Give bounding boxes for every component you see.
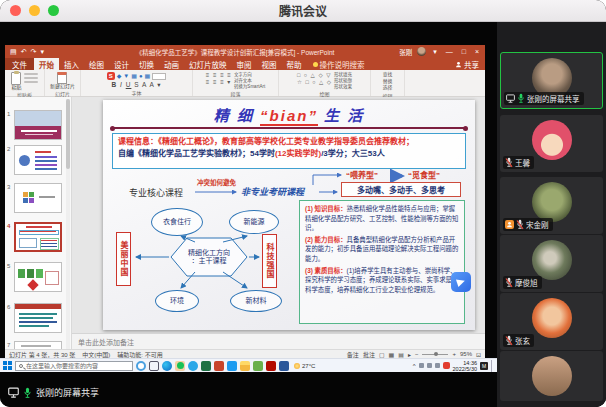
tab-home[interactable]: 开始 xyxy=(34,58,59,70)
cortana-icon[interactable] xyxy=(136,361,146,371)
addin-icon[interactable]: ▼ xyxy=(123,72,129,80)
tab-view[interactable]: 视图 xyxy=(257,58,282,70)
participant-tile[interactable]: 王馨 xyxy=(500,115,603,172)
addin-icon[interactable]: ● xyxy=(139,72,143,80)
participant-tile[interactable]: 摩俊旭 xyxy=(500,235,603,292)
ppt-restore-button[interactable]: □ xyxy=(460,48,468,55)
ppt-share-button[interactable]: 共享 xyxy=(455,58,479,70)
word-icon[interactable] xyxy=(279,361,289,371)
fit-slide-icon[interactable]: ⊡ xyxy=(476,351,481,358)
sorter-view-icon[interactable]: ▦ xyxy=(389,351,395,358)
participant-tile-partial[interactable] xyxy=(500,351,603,401)
addin-icons[interactable]: S ◆ ▼ ▦ ● ▦ xyxy=(107,72,167,80)
redo-icon[interactable]: ↷ xyxy=(31,48,37,56)
participant-tile-host[interactable]: 宋金刚 xyxy=(500,177,603,234)
tray-icon[interactable] xyxy=(419,363,424,368)
conflict-label: 冲突如何避免 xyxy=(197,177,236,187)
slide-thumbnail-2[interactable] xyxy=(14,145,62,175)
blue-app-icon[interactable] xyxy=(227,361,237,371)
participant-name: 摩俊旭 xyxy=(515,277,538,288)
ppt-user-avatar[interactable] xyxy=(417,47,426,56)
addin-icon[interactable]: ▦ xyxy=(145,72,151,80)
s-addin-icon[interactable]: S xyxy=(107,72,115,80)
slide-thumbnail-3[interactable] xyxy=(14,183,62,213)
ppt-minimize-button[interactable]: — xyxy=(444,48,455,55)
reading-view-icon[interactable]: ▤ xyxy=(398,351,404,358)
slide-thumbnail-1[interactable] xyxy=(14,110,62,140)
normal-view-icon[interactable]: ▢ xyxy=(379,351,385,358)
start-button[interactable] xyxy=(3,361,12,370)
shapes-gallery[interactable]: □ ○ △ ◇ ▽ ☆ □ ○ △ ◇ xyxy=(297,72,332,86)
participant-tile-sharing[interactable]: 张刚的屏幕共享 xyxy=(500,52,603,109)
addin-icon[interactable]: ▦ xyxy=(131,72,137,80)
language-indicator[interactable]: 中文(中国) xyxy=(82,350,110,359)
notes-pane[interactable]: 单击此处添加备注 xyxy=(72,333,485,349)
list-align-buttons[interactable]: ≡ ≡ ≡ ≡ ≡ ≡ ≡ ▾ xyxy=(206,72,232,86)
participant-tile[interactable]: 张玄 xyxy=(500,293,603,350)
shape-effects-button[interactable]: 形状效果 xyxy=(334,84,352,90)
tab-help[interactable]: 帮助 xyxy=(282,58,307,70)
zoom-out-button[interactable]: − xyxy=(415,351,419,357)
tab-transitions[interactable]: 切换 xyxy=(134,58,159,70)
paste-button[interactable]: 粘贴 xyxy=(11,72,21,91)
undo-icon[interactable]: ↶ xyxy=(21,48,27,56)
acrobat-icon[interactable] xyxy=(266,361,276,371)
comments-toggle[interactable]: 批注 xyxy=(363,350,375,359)
ppt-close-button[interactable]: × xyxy=(473,48,481,55)
screen-share-icon xyxy=(506,94,515,103)
ribbon-group-font: S ◆ ▼ ▦ ● ▦ B I U S A A ▾ 字体 xyxy=(81,70,193,96)
edge-browser-icon[interactable] xyxy=(162,361,172,371)
tab-slideshow[interactable]: 幻灯片放映 xyxy=(184,58,232,70)
slide-4[interactable]: 精 细 “bian” 生 活 课程信息：《精细化工概论》，教育部高等学校化工类专… xyxy=(103,100,475,330)
accessibility-status[interactable]: 辅助功能: 不可用 xyxy=(117,350,162,359)
tray-icon[interactable] xyxy=(427,363,432,368)
ribbon-display-icon[interactable]: ▾ xyxy=(431,48,439,56)
cut-copy-painter-buttons[interactable] xyxy=(24,73,38,83)
notes-toggle[interactable]: 备注 xyxy=(347,350,359,359)
tab-draw[interactable]: 绘图 xyxy=(84,58,109,70)
assistant-float-icon[interactable] xyxy=(451,272,471,292)
task-view-icon[interactable] xyxy=(149,361,159,371)
tab-design[interactable]: 设计 xyxy=(109,58,134,70)
find-button[interactable]: 查找 xyxy=(383,72,393,79)
node-environment: 环境 xyxy=(155,290,199,312)
taskbar-search[interactable]: 在这里输入你要搜索的内容 xyxy=(15,361,133,371)
ppt-document-title: 《精细化学品工艺学》课程教学设计创新汇报[兼容模式] - PowerPoint xyxy=(95,47,375,57)
powerpoint-icon[interactable] xyxy=(214,361,224,371)
slide-thumbnail-4-selected[interactable] xyxy=(14,222,62,252)
show-desktop-button[interactable] xyxy=(491,360,494,372)
excel-icon[interactable] xyxy=(201,361,211,371)
taskbar-clock[interactable]: 14:36 2022/5/30 xyxy=(453,360,477,372)
new-slide-button[interactable]: 新建幻灯片 xyxy=(50,72,75,90)
qat-dropdown-icon[interactable]: ▾ xyxy=(40,48,44,56)
tray-icon[interactable] xyxy=(435,363,440,368)
weather-widget[interactable]: 27°C xyxy=(294,363,315,369)
zoom-slider[interactable] xyxy=(422,354,448,355)
qq-icon[interactable] xyxy=(188,361,198,371)
save-icon[interactable]: ▤ xyxy=(10,48,17,56)
addin-icon[interactable]: ◆ xyxy=(117,72,122,80)
zoom-in-button[interactable]: + xyxy=(452,351,456,357)
tab-file[interactable]: 文件 xyxy=(5,58,34,70)
paste-icon xyxy=(11,72,21,85)
tencent-meeting-window: 腾讯会议 ▤ ↶ ↷ ▾ 《精细化学品工艺学》课程教学设计创新汇报[兼容模式] … xyxy=(0,0,606,407)
tab-insert[interactable]: 插入 xyxy=(59,58,84,70)
tray-notification-icon[interactable] xyxy=(443,362,450,369)
thumbnail-scrollbar[interactable] xyxy=(66,99,70,349)
input-method-icon[interactable]: M xyxy=(480,362,488,370)
slide-thumbnail-6[interactable] xyxy=(14,303,62,333)
slide-counter: 幻灯片 第 4 张，共 30 张 xyxy=(9,350,75,359)
file-explorer-icon[interactable] xyxy=(240,361,250,371)
tab-animations[interactable]: 动画 xyxy=(159,58,184,70)
wechat-icon[interactable] xyxy=(253,361,263,371)
slideshow-icon[interactable]: ▸ xyxy=(408,351,411,358)
tray-expand-icon[interactable]: ^ xyxy=(413,363,416,369)
font-format-buttons[interactable]: B I U S A A ▾ xyxy=(112,81,162,89)
slide-thumbnail-5[interactable] xyxy=(14,262,62,292)
font-size-box[interactable] xyxy=(152,73,166,80)
tell-me-search[interactable]: 操作说明搜索 xyxy=(313,58,365,70)
slide-thumbnail-7[interactable] xyxy=(14,341,62,349)
tab-review[interactable]: 审阅 xyxy=(232,58,257,70)
tencent-meeting-icon-active[interactable] xyxy=(175,361,185,371)
quick-access-toolbar: ▤ ↶ ↷ ▾ xyxy=(10,48,44,56)
